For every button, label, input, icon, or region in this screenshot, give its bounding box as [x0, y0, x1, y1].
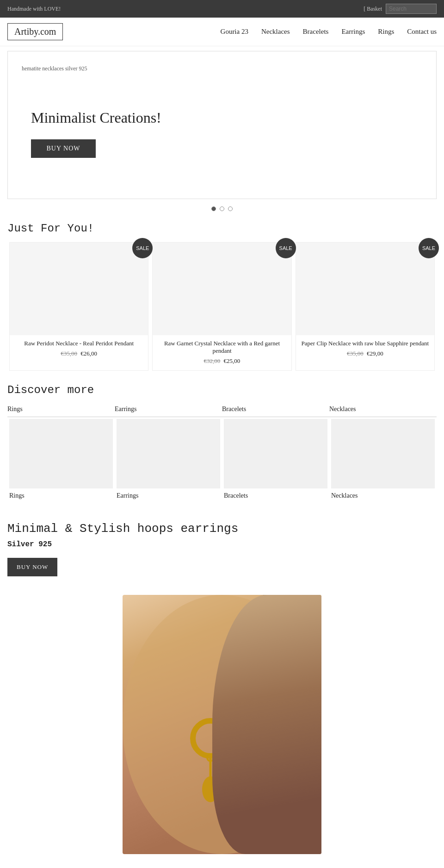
new-price-1: €26,00 — [80, 350, 97, 357]
tab-earrings[interactable]: Earrings — [115, 402, 222, 417]
nav-earrings[interactable]: Earrings — [341, 28, 365, 36]
svg-rect-1 — [252, 595, 321, 854]
search-input[interactable] — [386, 4, 437, 14]
nav-gouria[interactable]: Gouria 23 — [221, 28, 248, 36]
svg-point-4 — [202, 776, 219, 802]
product-name-3: Paper Clip Necklace with raw blue Sapphi… — [296, 335, 434, 350]
main-nav: Gouria 23 Necklaces Bracelets Earrings R… — [221, 28, 437, 36]
old-price-1: €35,00 — [61, 350, 77, 357]
product-image-1 — [10, 243, 148, 335]
product-card-1[interactable]: SALE Raw Peridot Necklace - Real Peridot… — [9, 242, 148, 371]
hero-title: Minimalist Creations! — [31, 109, 422, 126]
category-label-earrings: Earrings — [117, 488, 138, 501]
hero-cta-button[interactable]: BUY NOW — [31, 139, 96, 158]
new-price-2: €25,00 — [224, 357, 240, 364]
top-bar-right: [ Basket — [364, 4, 437, 14]
category-label-rings: Rings — [9, 488, 25, 501]
hero-dots — [0, 206, 444, 211]
product-price-2: €32,00 €25,00 — [153, 357, 291, 365]
dot-1[interactable] — [211, 206, 216, 211]
product-name-2: Raw Garnet Crystal Necklace with a Red g… — [153, 335, 291, 357]
top-bar: Handmade with LOVE! [ Basket — [0, 0, 444, 18]
discover-categories: Rings Earrings Bracelets Necklaces — [0, 417, 444, 503]
earring-svg — [123, 595, 321, 854]
old-price-3: €35,00 — [347, 350, 364, 357]
sale-badge-3: SALE — [419, 238, 439, 258]
tab-necklaces[interactable]: Necklaces — [329, 402, 437, 417]
basket-link[interactable]: [ Basket — [364, 6, 382, 12]
tab-bracelets[interactable]: Bracelets — [222, 402, 329, 417]
just-for-you-title: Just For You! — [0, 211, 444, 240]
product-image-3 — [296, 243, 434, 335]
earrings-promo: Minimal & Stylish hoops earrings Silver … — [0, 503, 444, 586]
product-price-3: €35,00 €29,00 — [296, 350, 434, 357]
hero-search-hint: hematite necklaces silver 925 — [22, 65, 422, 72]
nav-contact[interactable]: Contact us — [407, 28, 437, 36]
category-img-earrings — [117, 419, 220, 488]
discover-tabs: Rings Earrings Bracelets Necklaces — [0, 402, 444, 417]
category-img-bracelets — [224, 419, 327, 488]
product-image-2 — [153, 243, 291, 335]
nav-rings[interactable]: Rings — [378, 28, 394, 36]
earrings-promo-subtitle: Silver 925 — [7, 540, 437, 549]
product-price-1: €35,00 €26,00 — [10, 350, 148, 357]
category-necklaces[interactable]: Necklaces — [331, 419, 435, 501]
product-name-1: Raw Peridot Necklace - Real Peridot Pend… — [10, 335, 148, 350]
sale-badge-2: SALE — [276, 238, 296, 258]
category-bracelets[interactable]: Bracelets — [224, 419, 327, 501]
earrings-promo-title: Minimal & Stylish hoops earrings — [7, 522, 437, 536]
logo[interactable]: Artiby.com — [7, 23, 63, 40]
category-rings[interactable]: Rings — [9, 419, 113, 501]
dot-2[interactable] — [220, 206, 224, 211]
product-card-3[interactable]: SALE Paper Clip Necklace with raw blue S… — [296, 242, 435, 371]
discover-more-title: Discover more — [0, 373, 444, 402]
nav-bracelets[interactable]: Bracelets — [303, 28, 329, 36]
earrings-cta-button[interactable]: BUY NOW — [7, 558, 57, 576]
dot-3[interactable] — [228, 206, 233, 211]
category-img-rings — [9, 419, 113, 488]
tab-rings[interactable]: Rings — [7, 402, 115, 417]
product-card-2[interactable]: SALE Raw Garnet Crystal Necklace with a … — [152, 242, 291, 371]
category-img-necklaces — [331, 419, 435, 488]
category-earrings[interactable]: Earrings — [117, 419, 220, 501]
new-price-3: €29,00 — [367, 350, 383, 357]
tagline: Handmade with LOVE! — [7, 6, 61, 12]
products-row: SALE Raw Peridot Necklace - Real Peridot… — [0, 240, 444, 373]
earrings-product-image — [123, 595, 321, 854]
sale-badge-1: SALE — [132, 238, 153, 258]
header: Artiby.com Gouria 23 Necklaces Bracelets… — [0, 18, 444, 46]
nav-necklaces[interactable]: Necklaces — [261, 28, 290, 36]
svg-point-0 — [123, 595, 321, 854]
category-label-necklaces: Necklaces — [331, 488, 358, 501]
hero-banner: hematite necklaces silver 925 Minimalist… — [7, 51, 437, 199]
old-price-2: €32,00 — [204, 357, 221, 364]
category-label-bracelets: Bracelets — [224, 488, 248, 501]
